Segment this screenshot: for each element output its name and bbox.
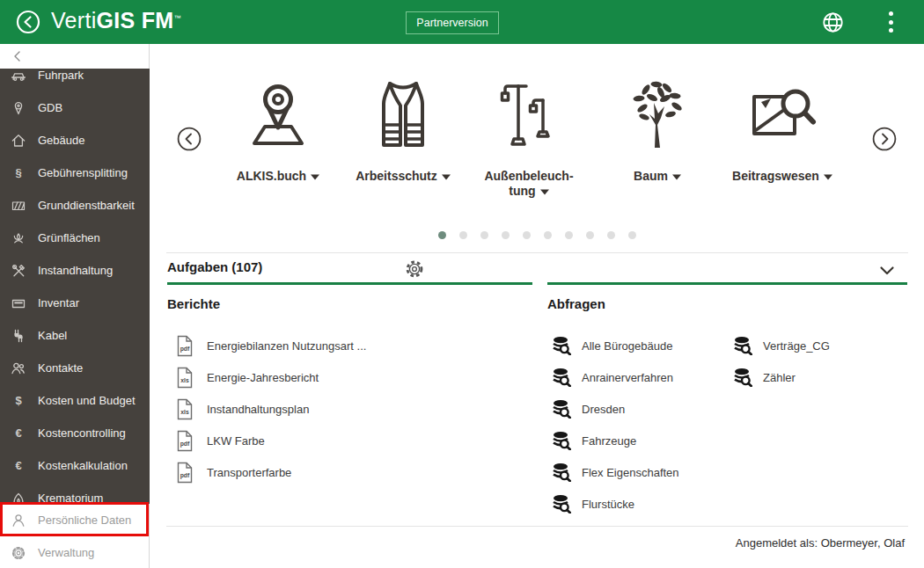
carousel-dot-4[interactable] [502,231,510,239]
query-search-icon [552,399,571,419]
carousel-dot-5[interactable] [523,231,531,239]
carousel-dot-8[interactable] [586,231,594,239]
sidebar-item-instandhaltung[interactable]: Instandhaltung [0,254,150,287]
dropdown-arrow-icon [824,169,832,184]
carousel-dot-9[interactable] [607,231,615,239]
globe-icon[interactable] [821,11,845,34]
sidebar-item-gdb[interactable]: GDB [0,91,150,124]
sidebar-item-gr-nfl-chen[interactable]: Grünflächen [0,222,150,254]
carousel-dot-2[interactable] [459,231,467,239]
map-search-icon[interactable] [725,69,840,164]
sidebar-item-kontakte[interactable]: Kontakte [0,352,150,384]
sidebar-list: FuhrparkGDBGebäude§GebührensplittingGrun… [0,69,150,504]
query-search-icon [733,336,752,355]
sidebar-item-fuhrpark[interactable]: Fuhrpark [0,69,150,91]
carousel-prev-button[interactable] [176,126,202,152]
report-label: Instandhaltungsplan [207,403,309,416]
report-item-energiebilanzen-nutzungsart[interactable]: pdfEnergiebilanzen Nutzungsart ... [175,330,366,361]
carousel-dot-7[interactable] [565,231,573,239]
settings-gear-icon[interactable] [404,259,425,280]
query-search-icon [552,336,571,355]
report-item-lkw-farbe[interactable]: pdfLKW Farbe [175,425,366,456]
tasks-section-title: Aufgaben (107) [167,259,262,274]
query-item-flurst-cke[interactable]: Flurstücke [552,488,679,520]
pdf-file-icon: pdf [175,462,194,484]
svg-text:pdf: pdf [180,471,190,478]
module-baum[interactable]: Baum [600,69,715,184]
module-au-enbeleuch-tung[interactable]: Außenbeleuch-tung [472,69,586,199]
sidebar-item-inventar[interactable]: Inventar [0,287,150,319]
collapse-sidebar-icon[interactable] [11,49,26,63]
sidebar: FuhrparkGDBGebäude§GebührensplittingGrun… [0,44,150,568]
query-item-dresden[interactable]: Dresden [552,393,679,425]
street-lamp-icon[interactable] [472,69,586,164]
sidebar-item-pers-nliche-daten[interactable]: Persönliche Daten [0,504,150,536]
car-icon [11,69,26,84]
sidebar-item-label: GDB [38,101,62,114]
queries-title: Abfragen [547,296,605,311]
module-label-dropdown[interactable]: Beitragswesen [725,169,840,184]
module-alkis-buch[interactable]: ALKIS.buch [221,69,335,184]
svg-text:xls: xls [180,376,189,382]
query-item-alle-b-rogeb-ude[interactable]: Alle Bürogebäude [552,330,679,361]
flower-icon [11,230,26,246]
module-label-dropdown[interactable]: Arbeitsschutz [346,169,460,184]
sidebar-item-grunddienstbarkeit[interactable]: Grunddienstbarkeit [0,189,150,222]
easement-icon [11,198,26,214]
module-label-dropdown[interactable]: ALKIS.buch [221,169,335,184]
map-pin-icon [11,100,26,116]
svg-text:pdf: pdf [180,345,190,352]
map-pin-map-icon[interactable] [221,69,335,164]
main-content: ALKIS.buchArbeitsschutzAußenbeleuch-tung… [150,44,924,568]
sidebar-item-krematorium[interactable]: Krematorium [0,482,150,504]
sidebar-item-kosten-und-budget[interactable]: $Kosten und Budget [0,384,150,417]
query-search-icon [552,494,571,513]
svg-text:pdf: pdf [180,440,190,447]
sidebar-item-geb-hrensplitting[interactable]: §Gebührensplitting [0,157,150,189]
gear-icon [11,545,26,561]
carousel-dot-6[interactable] [544,231,552,239]
report-item-instandhaltungsplan[interactable]: xlsInstandhaltungsplan [175,393,366,425]
sidebar-modules-panel: FuhrparkGDBGebäude§GebührensplittingGrun… [0,69,150,504]
sidebar-item-kabel[interactable]: Kabel [0,319,150,352]
module-beitragswesen[interactable]: Beitragswesen [725,69,840,184]
query-item-z-hler[interactable]: Zähler [733,361,830,393]
sidebar-item-verwaltung[interactable]: Verwaltung [0,536,150,568]
carousel-next-button[interactable] [871,126,898,152]
partner-version-button[interactable]: Partnerversion [406,11,499,34]
back-circle-icon[interactable] [15,9,41,35]
contacts-icon [11,360,26,376]
euro-icon: € [11,426,26,441]
carousel-dot-1[interactable] [438,231,446,239]
kebab-menu-icon[interactable] [886,11,895,33]
sidebar-item-label: Kontakte [38,361,83,375]
reports-title: Berichte [167,296,220,311]
sidebar-item-kostenkalkulation[interactable]: €Kostenkalkulation [0,449,150,482]
report-item-energie-jahresbericht[interactable]: xlsEnergie-Jahresbericht [175,361,366,393]
sidebar-item-kostencontrolling[interactable]: €Kostencontrolling [0,417,150,449]
inventory-icon [11,295,26,311]
chevron-down-icon[interactable] [879,264,895,274]
query-item-flex-eigenschaften[interactable]: Flex Eigenschaften [552,456,679,488]
module-label-dropdown[interactable]: Außenbeleuch-tung [472,169,586,199]
query-label: Anrainerverfahren [582,371,673,384]
app-header: VertiGIS FM™ Partnerversion [0,0,924,44]
sidebar-item-label: Instandhaltung [38,264,113,277]
module-label-dropdown[interactable]: Baum [600,169,715,184]
reports-list: pdfEnergiebilanzen Nutzungsart ...xlsEne… [175,330,366,488]
query-item-anrainerverfahren[interactable]: Anrainerverfahren [552,361,679,393]
tree-icon[interactable] [600,69,715,164]
sidebar-item-label: Fuhrpark [38,69,84,82]
query-label: Alle Bürogebäude [582,339,672,353]
query-label: Dresden [582,403,625,416]
module-label: Arbeitsschutz [356,169,437,183]
query-item-vertr-ge-cg[interactable]: Verträge_CG [733,330,830,361]
report-item-transporterfarbe[interactable]: pdfTransporterfarbe [175,456,366,488]
safety-vest-icon[interactable] [346,69,460,164]
query-item-fahrzeuge[interactable]: Fahrzeuge [552,425,679,456]
module-arbeitsschutz[interactable]: Arbeitsschutz [346,69,460,184]
sidebar-item-geb-ude[interactable]: Gebäude [0,124,150,157]
divider [166,252,908,253]
carousel-dot-3[interactable] [480,231,488,239]
carousel-dot-10[interactable] [628,231,636,239]
